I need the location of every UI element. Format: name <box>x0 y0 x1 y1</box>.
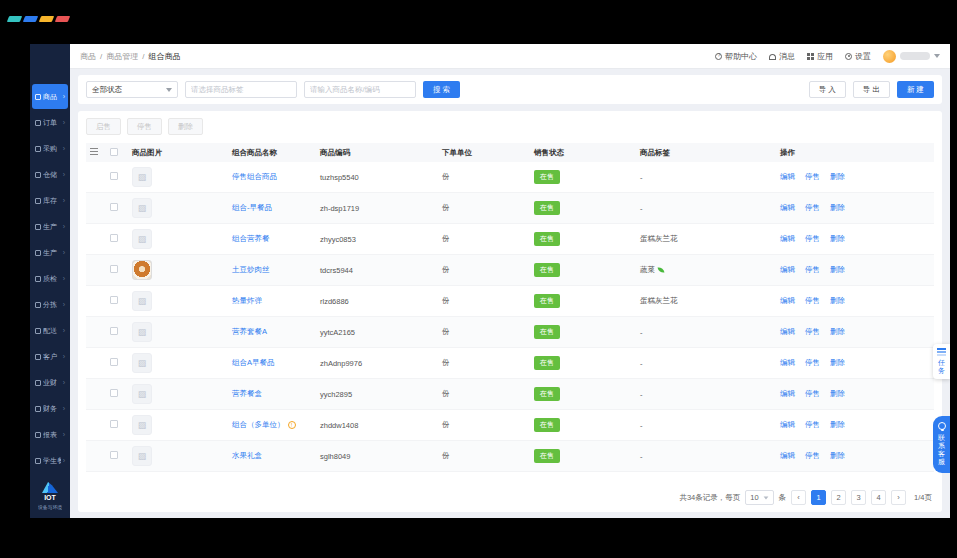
row-checkbox[interactable] <box>110 420 118 428</box>
delete-link[interactable]: 删除 <box>830 327 845 337</box>
sidebar-item[interactable]: 业财 › <box>32 370 68 395</box>
row-checkbox[interactable] <box>110 451 118 459</box>
sidebar-item[interactable]: 生产 › <box>32 240 68 265</box>
select-all-cell[interactable] <box>110 148 132 158</box>
bulk-action-button[interactable]: 启售 <box>86 118 121 135</box>
tag-select-input[interactable] <box>185 81 297 98</box>
header-action[interactable]: 消息 <box>769 51 795 62</box>
row-checkbox[interactable] <box>110 327 118 335</box>
sidebar-item[interactable]: 订单 › <box>32 110 68 135</box>
edit-link[interactable]: 编辑 <box>780 451 795 461</box>
row-checkbox[interactable] <box>110 296 118 304</box>
sidebar-item[interactable]: 配送 › <box>32 318 68 343</box>
stop-sale-link[interactable]: 停售 <box>805 420 820 430</box>
edit-link[interactable]: 编辑 <box>780 172 795 182</box>
bulk-action-button[interactable]: 停售 <box>127 118 162 135</box>
product-name-link[interactable]: 组合营养餐 <box>232 234 270 243</box>
sidebar-item[interactable]: 仓储 › <box>32 162 68 187</box>
delete-link[interactable]: 删除 <box>830 420 845 430</box>
stop-sale-link[interactable]: 停售 <box>805 203 820 213</box>
header-action[interactable]: 设置 <box>845 51 871 62</box>
status-cell: 在售 <box>534 325 640 339</box>
delete-link[interactable]: 删除 <box>830 451 845 461</box>
page-number-button[interactable]: 4 <box>871 490 886 505</box>
page-number-button[interactable]: 1 <box>811 490 826 505</box>
product-name-link[interactable]: 土豆炒肉丝 <box>232 265 270 274</box>
sidebar-item[interactable]: 商品 › <box>32 84 68 109</box>
row-checkbox[interactable] <box>110 172 118 180</box>
product-name-link[interactable]: 水果礼盒 <box>232 451 262 460</box>
support-widget[interactable]: 联系客服 <box>933 416 950 473</box>
export-button[interactable]: 导 出 <box>853 81 890 98</box>
row-checkbox[interactable] <box>110 265 118 273</box>
sidebar-item[interactable]: 客户 › <box>32 344 68 369</box>
sidebar-item[interactable]: 生产 › <box>32 214 68 239</box>
header-action[interactable]: 应用 <box>807 51 833 62</box>
keyword-input[interactable] <box>304 81 416 98</box>
stop-sale-link[interactable]: 停售 <box>805 265 820 275</box>
column-settings-cell[interactable] <box>86 148 110 157</box>
header-action[interactable]: 帮助中心 <box>715 51 757 62</box>
row-checkbox[interactable] <box>110 358 118 366</box>
product-name-link[interactable]: 停售组合商品 <box>232 172 277 181</box>
delete-link[interactable]: 删除 <box>830 389 845 399</box>
bulk-action-button[interactable]: 删除 <box>168 118 203 135</box>
product-name-link[interactable]: 组合A早餐品 <box>232 358 275 367</box>
breadcrumb-item[interactable]: 商品管理 <box>106 51 138 62</box>
import-button[interactable]: 导 入 <box>809 81 846 98</box>
delete-link[interactable]: 删除 <box>830 234 845 244</box>
stop-sale-link[interactable]: 停售 <box>805 172 820 182</box>
support-label: 联系客服 <box>938 434 946 466</box>
status-cell: 在售 <box>534 387 640 401</box>
product-name-link[interactable]: 组合-早餐品 <box>232 203 272 212</box>
page-number-button[interactable]: 2 <box>831 490 846 505</box>
product-name-link[interactable]: 热量炸弹 <box>232 296 262 305</box>
edit-link[interactable]: 编辑 <box>780 296 795 306</box>
prev-page-button[interactable]: ‹ <box>791 490 806 505</box>
sidebar-item[interactable]: 质检 › <box>32 266 68 291</box>
select-all-checkbox[interactable] <box>110 148 118 156</box>
status-select[interactable]: 全部状态 <box>86 81 178 98</box>
delete-link[interactable]: 删除 <box>830 296 845 306</box>
sidebar-item[interactable]: 学生餐 › <box>32 448 68 473</box>
page-size-select[interactable]: 10 <box>745 490 773 505</box>
product-name-link[interactable]: 组合（多单位） <box>232 420 285 429</box>
stop-sale-link[interactable]: 停售 <box>805 234 820 244</box>
edit-link[interactable]: 编辑 <box>780 234 795 244</box>
stop-sale-link[interactable]: 停售 <box>805 389 820 399</box>
page-number-button[interactable]: 3 <box>851 490 866 505</box>
stop-sale-link[interactable]: 停售 <box>805 296 820 306</box>
edit-link[interactable]: 编辑 <box>780 203 795 213</box>
menu-icon <box>35 250 41 256</box>
sidebar-item[interactable]: 报表 › <box>32 422 68 447</box>
edit-link[interactable]: 编辑 <box>780 358 795 368</box>
search-button[interactable]: 搜 索 <box>423 81 460 98</box>
user-menu[interactable] <box>883 50 940 63</box>
row-checkbox[interactable] <box>110 234 118 242</box>
stop-sale-link[interactable]: 停售 <box>805 327 820 337</box>
breadcrumb-item[interactable]: 商品 <box>80 51 96 62</box>
chevron-right-icon: › <box>63 145 65 152</box>
sidebar-item[interactable]: 采购 › <box>32 136 68 161</box>
edit-link[interactable]: 编辑 <box>780 420 795 430</box>
edit-link[interactable]: 编辑 <box>780 327 795 337</box>
sidebar-item[interactable]: 库存 › <box>32 188 68 213</box>
edit-link[interactable]: 编辑 <box>780 389 795 399</box>
delete-link[interactable]: 删除 <box>830 172 845 182</box>
delete-link[interactable]: 删除 <box>830 203 845 213</box>
stop-sale-link[interactable]: 停售 <box>805 358 820 368</box>
task-widget[interactable]: 任务 <box>933 344 950 379</box>
sidebar-item[interactable]: 财务 › <box>32 396 68 421</box>
delete-link[interactable]: 删除 <box>830 358 845 368</box>
product-name-link[interactable]: 营养餐盒 <box>232 389 262 398</box>
task-label: 任务 <box>938 359 946 375</box>
row-checkbox[interactable] <box>110 389 118 397</box>
create-button[interactable]: 新 建 <box>897 81 934 98</box>
product-name-link[interactable]: 营养套餐A <box>232 327 267 336</box>
next-page-button[interactable]: › <box>891 490 906 505</box>
edit-link[interactable]: 编辑 <box>780 265 795 275</box>
sidebar-item[interactable]: 分拣 › <box>32 292 68 317</box>
delete-link[interactable]: 删除 <box>830 265 845 275</box>
stop-sale-link[interactable]: 停售 <box>805 451 820 461</box>
row-checkbox[interactable] <box>110 203 118 211</box>
